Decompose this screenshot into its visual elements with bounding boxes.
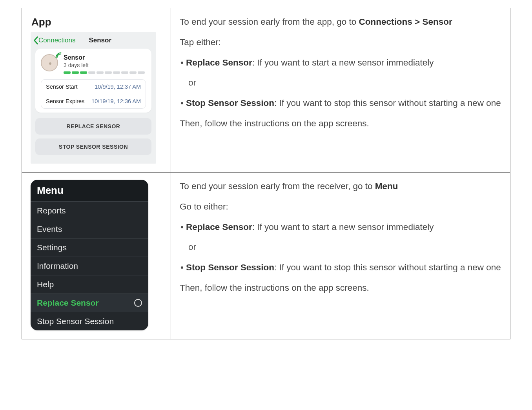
cell-rx-text: To end your session early from the recei… [171,173,510,339]
cell-app-text: To end your session early from the app, … [171,8,510,173]
text: or [180,241,501,254]
text: : If you want to start a new sensor imme… [252,222,434,232]
kv-value: 10/19/19, 12:36 AM [91,98,141,104]
replace-sensor-button[interactable]: REPLACE SENSOR [35,118,151,135]
text: : If you want to start a new sensor imme… [252,58,434,67]
back-button[interactable]: Connections [33,36,76,45]
text-bold: Stop Sensor Session [186,262,274,272]
menu-item-stop-session[interactable]: Stop Sensor Session [31,312,148,330]
text: Then, follow the instructions on the app… [180,281,501,295]
back-label: Connections [38,36,76,44]
text-bold: Replace Sensor [186,58,252,67]
radio-icon [134,299,142,307]
sensor-name: Sensor [64,54,145,61]
text-bold: Connections > Sensor [359,17,452,27]
app-heading: App [31,16,162,28]
kv-row: Sensor Expires 10/19/19, 12:36 AM [41,94,146,108]
kv-row: Sensor Start 10/9/19, 12:37 AM [41,80,146,94]
kv-label: Sensor Expires [46,98,84,104]
doc-table: App Connections Sensor [22,8,510,339]
text: : If you want to stop this sensor withou… [274,262,501,272]
text-bold: Menu [375,181,398,191]
text: To end your session early from the recei… [180,181,375,191]
text: : If you want to stop this sensor withou… [274,98,501,108]
signal-icon [55,52,62,59]
text: Tap either: [180,36,501,49]
bullet: • Stop Sensor Session: If you want to st… [180,97,501,110]
text-bold: Replace Sensor [186,222,252,232]
menu-title: Menu [31,180,148,201]
bullet: • Replace Sensor: If you want to start a… [180,220,501,234]
sensor-progress [64,71,145,74]
text: Then, follow the instructions on the app… [180,117,501,130]
menu-item-information[interactable]: Information [31,257,148,275]
menu-item-events[interactable]: Events [31,220,148,238]
app-navbar: Connections Sensor [31,32,156,49]
bullet: • Stop Sensor Session: If you want to st… [180,261,501,274]
cell-app-image: App Connections Sensor [22,8,171,173]
receiver-menu: Menu Reports Events Settings Information… [31,180,148,330]
text: To end your session early from the app, … [180,17,359,27]
menu-item-settings[interactable]: Settings [31,238,148,257]
sensor-sub: 3 days left [64,62,145,68]
text: Go to either: [180,200,501,213]
stop-session-button[interactable]: STOP SENSOR SESSION [35,138,151,155]
sensor-icon [41,54,59,72]
menu-item-help[interactable]: Help [31,275,148,293]
app-mockup: Connections Sensor [31,32,156,164]
bullet: • Replace Sensor: If you want to start a… [180,56,501,69]
cell-rx-image: Menu Reports Events Settings Information… [22,173,171,339]
chevron-left-icon [33,36,38,45]
text-bold: Stop Sensor Session [186,98,274,108]
kv-value: 10/9/19, 12:37 AM [95,84,141,90]
kv-label: Sensor Start [46,84,78,90]
sensor-kv-list: Sensor Start 10/9/19, 12:37 AM Sensor Ex… [41,79,146,109]
menu-item-reports[interactable]: Reports [31,201,148,220]
menu-item-replace-sensor[interactable]: Replace Sensor [31,293,148,312]
sensor-card: Sensor 3 days left [35,49,151,113]
nav-title: Sensor [72,36,129,44]
text: or [180,76,501,89]
